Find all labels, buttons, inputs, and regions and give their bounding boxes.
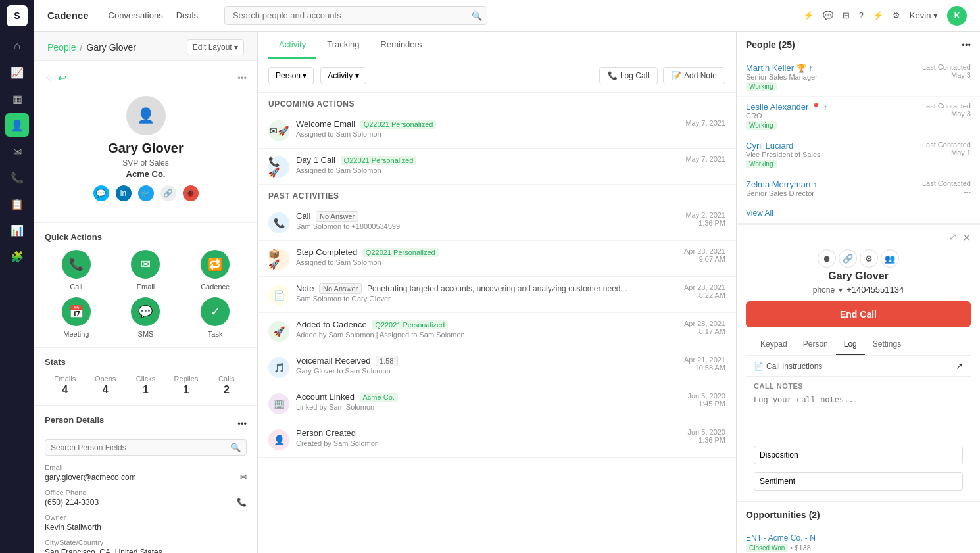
person-details-header: Person Details •••	[45, 415, 247, 433]
sidebar-item-phone[interactable]: 📞	[5, 166, 29, 189]
tab-activity[interactable]: Activity	[268, 32, 316, 59]
person-card: ☆ ↩ ••• 👤 Gary Glover SVP of Sales Acme …	[34, 61, 257, 223]
people-item-0-info: Martin Keller 🏆 ↑ Senior Sales Manager W…	[746, 63, 917, 91]
tab-reminders[interactable]: Reminders	[370, 32, 433, 59]
sidebar-item-analytics[interactable]: 📈	[5, 60, 29, 84]
call-tab-settings[interactable]: Settings	[865, 334, 909, 355]
help-icon[interactable]: ?	[859, 11, 864, 20]
zap-icon[interactable]: ⚡	[873, 11, 883, 20]
call-close-icon[interactable]: ✕	[962, 231, 971, 244]
star-icon[interactable]: ☆	[45, 73, 53, 83]
past-cadence-date: Apr 28, 2021 8:17 AM	[684, 320, 725, 335]
opp-0-details: Closed Won • $138	[746, 544, 971, 552]
edit-layout-button[interactable]: Edit Layout ▾	[187, 39, 244, 55]
past-note-sub2: Sam Solomon to Gary Glover	[296, 295, 677, 302]
person-card-actions: ☆ ↩ •••	[45, 72, 247, 84]
lightning-icon[interactable]: ⚡	[803, 11, 814, 20]
sentiment-select[interactable]: Sentiment Positive Neutral Negative	[754, 472, 963, 491]
user-avatar[interactable]: K	[947, 6, 967, 26]
past-cadence-title: Added to Cadence Q22021 Personalized	[296, 320, 677, 329]
sentiment-dropdown-row: Sentiment Positive Neutral Negative	[746, 468, 971, 494]
people-list-item-0[interactable]: Martin Keller 🏆 ↑ Senior Sales Manager W…	[737, 58, 980, 97]
call-tab-keypad[interactable]: Keypad	[752, 334, 795, 355]
social-twitter-icon[interactable]: 🐦	[138, 185, 154, 201]
add-note-button[interactable]: 📝 Add Note	[663, 67, 725, 84]
call-control-people[interactable]: 👥	[881, 249, 899, 268]
search-fields-input[interactable]	[51, 443, 230, 452]
detail-location-value: San Francisco, CA, United States	[45, 548, 247, 553]
sidebar-logo[interactable]: S	[7, 5, 28, 26]
people-item-3-date: Last Contacted ---	[922, 180, 971, 195]
user-menu[interactable]: Kevin ▾	[910, 11, 938, 20]
social-chat-icon[interactable]: 💬	[93, 185, 109, 201]
call-control-settings[interactable]: ⚙	[860, 249, 878, 268]
more-options-icon[interactable]: •••	[237, 73, 247, 83]
stat-calls-value: 2	[207, 384, 247, 396]
breadcrumb-people-link[interactable]: People	[47, 42, 76, 53]
past-item-voicemail: 🎵 Voicemail Received 1:58 Gary Glover to…	[258, 349, 736, 385]
people-list-item-2[interactable]: Cyril Luciard ↑ Vice President of Sales …	[737, 135, 980, 174]
email-copy-icon[interactable]: ✉	[240, 473, 247, 482]
meeting-action-button[interactable]: 📅 Meeting	[45, 297, 108, 338]
person-filter-button[interactable]: Person ▾	[268, 67, 314, 84]
people-more-icon[interactable]: •••	[962, 40, 971, 50]
cadence-action-button[interactable]: 🔁 Cadence	[184, 250, 247, 291]
sidebar-item-grid[interactable]: ▦	[5, 87, 29, 110]
call-action-button[interactable]: 📞 Call	[45, 250, 108, 291]
disposition-select[interactable]: Disposition Connected No Answer Left Voi…	[754, 446, 963, 464]
log-call-button[interactable]: 📞 Log Call	[599, 67, 658, 84]
phone-copy-icon[interactable]: 📞	[237, 498, 247, 507]
person-details-title: Person Details	[45, 415, 104, 425]
task-action-button[interactable]: ✓ Task	[184, 297, 247, 338]
call-label: Call	[70, 283, 82, 291]
upcoming-item-0-content: Welcome Email Q22021 Personalized Assign…	[296, 119, 679, 138]
past-voicemail-sub: Gary Glover to Sam Solomon	[296, 367, 677, 375]
people-view-all[interactable]: View All	[737, 203, 980, 223]
people-list-item-3[interactable]: Zelma Merryman ↑ Senior Sales Director L…	[737, 174, 980, 203]
detail-email-row: Email gary.glover@acmeco.com ✉	[45, 464, 247, 482]
topnav-deals[interactable]: Deals	[176, 9, 198, 22]
social-link-icon[interactable]: 🔗	[160, 185, 176, 201]
stat-replies-value: 1	[166, 384, 206, 396]
call-tab-person[interactable]: Person	[795, 334, 836, 355]
people-item-2-icons: ↑	[796, 141, 800, 151]
sidebar-item-reports[interactable]: 📊	[5, 218, 29, 242]
past-account-title: Account Linked Acme Co.	[296, 392, 681, 402]
call-notes-input[interactable]	[746, 393, 971, 440]
social-linkedin-icon[interactable]: in	[116, 185, 132, 201]
people-item-3-name: Zelma Merryman ↑	[746, 180, 917, 189]
sidebar-item-people[interactable]: 👤	[5, 113, 29, 137]
call-phone-dropdown-icon[interactable]: ▾	[839, 285, 843, 295]
people-item-3-role: Senior Sales Director	[746, 189, 917, 197]
activity-filter-button[interactable]: Activity ▾	[320, 67, 366, 84]
brand-link[interactable]: Cadence	[47, 10, 89, 21]
call-control-link[interactable]: 🔗	[839, 249, 857, 268]
topnav-conversations[interactable]: Conversations	[109, 9, 163, 22]
chat-icon[interactable]: 💬	[823, 11, 833, 20]
search-input[interactable]	[224, 6, 487, 25]
people-panel-title: People (25)	[746, 39, 795, 50]
grid-icon[interactable]: ⊞	[843, 11, 850, 20]
opp-item-0[interactable]: ENT - Acme Co. - N Closed Won • $138 Las…	[737, 528, 980, 553]
search-fields-icon: 🔍	[230, 443, 241, 452]
people-list-item-1[interactable]: Leslie Alexander 📍 ↑ CRO Working Last Co…	[737, 97, 980, 135]
settings-icon[interactable]: ⚙	[893, 11, 900, 20]
sidebar-item-mail[interactable]: ✉	[5, 139, 29, 163]
call-instructions-expand-icon[interactable]: ↗	[956, 361, 963, 371]
call-control-record[interactable]: ⏺	[818, 249, 836, 268]
sms-action-button[interactable]: 💬 SMS	[114, 297, 178, 338]
past-note-date: Apr 28, 2021 8:22 AM	[684, 283, 725, 299]
sidebar-item-tasks[interactable]: 📋	[5, 192, 29, 216]
social-extra-icon[interactable]: 🐞	[183, 185, 199, 201]
email-action-button[interactable]: ✉ Email	[114, 250, 178, 291]
past-note-icon-wrap: 📄	[268, 285, 289, 306]
sidebar-item-integrations[interactable]: 🧩	[5, 245, 29, 268]
back-icon[interactable]: ↩	[58, 72, 66, 84]
end-call-button[interactable]: End Call	[746, 301, 971, 327]
expand-icon[interactable]: ⤢	[949, 231, 957, 244]
tab-tracking[interactable]: Tracking	[316, 32, 370, 59]
call-tab-log[interactable]: Log	[836, 334, 865, 355]
person-details-more[interactable]: •••	[237, 419, 247, 429]
email-icon: ✉	[131, 250, 160, 279]
sidebar-item-home[interactable]: ⌂	[5, 34, 29, 58]
